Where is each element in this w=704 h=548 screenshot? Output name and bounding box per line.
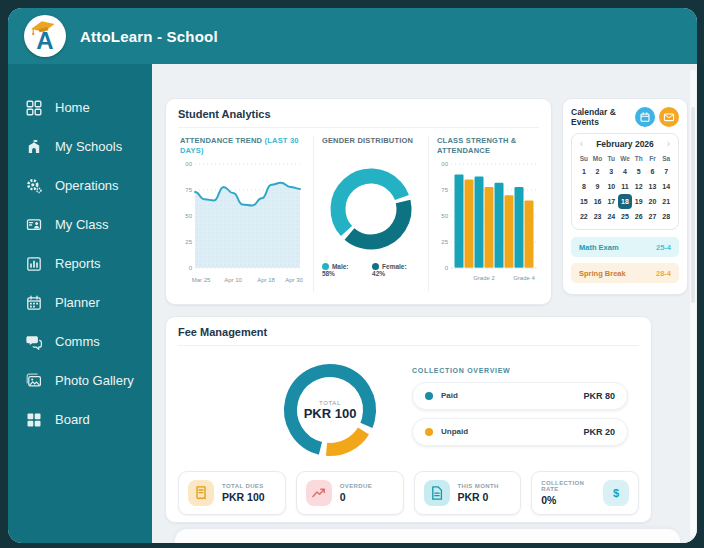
prev-month-button[interactable]: ‹ xyxy=(577,138,586,150)
calendar-day[interactable]: 3 xyxy=(604,164,618,179)
calendar-day[interactable]: 11 xyxy=(618,179,632,194)
fee-stats-row: TOTAL DUESPKR 100OVERDUE0THIS MONTHPKR 0… xyxy=(178,471,639,515)
calendar-day[interactable]: 23 xyxy=(591,209,605,224)
gender-legend-item: Male: 58% xyxy=(322,263,362,277)
gender-distribution-chart: GENDER DISTRIBUTION Male: 58%Female: 42% xyxy=(313,136,428,292)
calendar-day[interactable]: 10 xyxy=(604,179,618,194)
calendar-day[interactable]: 24 xyxy=(604,209,618,224)
sidebar-item-planner[interactable]: Planner xyxy=(8,283,152,322)
calendar-day[interactable]: 14 xyxy=(659,179,673,194)
gender-donut-chart xyxy=(326,164,416,254)
calendar-day[interactable]: 16 xyxy=(591,194,605,209)
collection-row-paid: PaidPKR 80 xyxy=(412,382,628,410)
calendar-day[interactable]: 4 xyxy=(618,164,632,179)
svg-text:Mar 25: Mar 25 xyxy=(192,277,211,283)
svg-text:75: 75 xyxy=(441,187,448,193)
app-title: AttoLearn - School xyxy=(80,28,218,45)
calendar-day[interactable]: 9 xyxy=(591,179,605,194)
calendar-day[interactable]: 20 xyxy=(646,194,660,209)
calendar-event[interactable]: Spring Break28-4 xyxy=(571,263,679,283)
calendar-day[interactable]: 22 xyxy=(577,209,591,224)
calendar-day[interactable]: 1 xyxy=(577,164,591,179)
calendar-weekday-row: SuMoTuWeThFrSa xyxy=(577,153,673,164)
calendar-day[interactable]: 7 xyxy=(659,164,673,179)
collection-row-label: Unpaid xyxy=(441,427,583,436)
calendar-event-list: Math Exam25-4Spring Break28-4 xyxy=(571,237,679,283)
svg-text:$: $ xyxy=(613,487,619,499)
sidebar-item-label: Home xyxy=(55,100,90,115)
mail-button[interactable] xyxy=(659,107,679,127)
school-icon xyxy=(26,139,42,155)
svg-text:Grade 4: Grade 4 xyxy=(513,275,535,281)
calendar-day[interactable]: 19 xyxy=(632,194,646,209)
svg-text:Apr 18: Apr 18 xyxy=(257,277,275,283)
collection-overview: COLLECTION OVERVIEW PaidPKR 80UnpaidPKR … xyxy=(412,367,628,454)
legend-dot xyxy=(372,263,379,270)
calendar-day-selected[interactable]: 18 xyxy=(618,194,632,209)
next-month-button[interactable]: › xyxy=(664,138,673,150)
calendar-weekday: We xyxy=(618,153,632,164)
scrollbar[interactable] xyxy=(690,70,696,537)
gender-legend-item: Female: 42% xyxy=(372,263,420,277)
stat-card-collection-rate: COLLECTION RATE0%$ xyxy=(531,471,639,515)
stat-value: PKR 0 xyxy=(458,491,499,503)
svg-text:50: 50 xyxy=(185,213,192,219)
calendar-day[interactable]: 15 xyxy=(577,194,591,209)
calendar-day[interactable]: 2 xyxy=(591,164,605,179)
svg-text:00: 00 xyxy=(441,161,448,167)
sidebar-item-label: My Class xyxy=(55,217,108,232)
event-date: 25-4 xyxy=(656,243,671,252)
month-icon xyxy=(424,480,450,506)
class-chart-title: CLASS STRENGTH & ATTENDANCE xyxy=(437,136,539,156)
stat-value: 0 xyxy=(340,491,372,503)
calendar-day[interactable]: 6 xyxy=(646,164,660,179)
student-analytics-card: Student Analytics ATTENDANCE TREND (LAST… xyxy=(165,98,552,305)
sidebar-item-my-class[interactable]: My Class xyxy=(8,205,152,244)
collection-row-unpaid: UnpaidPKR 20 xyxy=(412,418,628,446)
stat-label: COLLECTION RATE xyxy=(541,480,595,492)
sidebar-item-my-schools[interactable]: My Schools xyxy=(8,127,152,166)
sidebar-item-photo-gallery[interactable]: Photo Gallery xyxy=(8,361,152,400)
sidebar-item-comms[interactable]: Comms xyxy=(8,322,152,361)
scrollbar-thumb[interactable] xyxy=(691,107,695,303)
student-analytics-title: Student Analytics xyxy=(178,108,539,128)
stat-card-overdue: OVERDUE0 xyxy=(296,471,404,515)
stat-label: THIS MONTH xyxy=(458,483,499,489)
next-section-partial: Fees, Dues and Data xyxy=(175,529,680,543)
calendar-day[interactable]: 5 xyxy=(632,164,646,179)
calendar-day[interactable]: 27 xyxy=(646,209,660,224)
event-name: Math Exam xyxy=(579,243,619,252)
stat-card-this-month: THIS MONTHPKR 0 xyxy=(414,471,522,515)
dues-icon xyxy=(188,480,214,506)
calendar-day[interactable]: 8 xyxy=(577,179,591,194)
legend-dot xyxy=(425,392,433,400)
sidebar-item-operations[interactable]: Operations xyxy=(8,166,152,205)
calendar-day[interactable]: 12 xyxy=(632,179,646,194)
calendar-weekday: Mo xyxy=(591,153,605,164)
calendar-day[interactable]: 13 xyxy=(646,179,660,194)
fee-management-title: Fee Management xyxy=(178,326,639,346)
legend-dot xyxy=(322,263,329,270)
svg-text:Grade 2: Grade 2 xyxy=(473,275,495,281)
app-header: A AttoLearn - School xyxy=(8,8,697,64)
sidebar-item-reports[interactable]: Reports xyxy=(8,244,152,283)
calendar-day[interactable]: 25 xyxy=(618,209,632,224)
sidebar-item-label: Operations xyxy=(55,178,119,193)
calendar-day[interactable]: 21 xyxy=(659,194,673,209)
fee-management-card: Fee Management TOTAL PKR 100 COLLECTION … xyxy=(165,316,652,523)
board-icon xyxy=(26,412,42,428)
sidebar-item-label: Photo Gallery xyxy=(55,373,134,388)
calendar-event[interactable]: Math Exam25-4 xyxy=(571,237,679,257)
sidebar-item-home[interactable]: Home xyxy=(8,88,152,127)
comms-icon xyxy=(26,334,42,350)
calendar-day[interactable]: 28 xyxy=(659,209,673,224)
graduation-cap-logo-icon: A xyxy=(28,19,62,53)
calendar-day[interactable]: 26 xyxy=(632,209,646,224)
calendar-day[interactable]: 17 xyxy=(604,194,618,209)
svg-text:0: 0 xyxy=(189,265,193,271)
stat-label: OVERDUE xyxy=(340,483,372,489)
sidebar-item-board[interactable]: Board xyxy=(8,400,152,439)
calendar-button[interactable] xyxy=(635,107,655,127)
sidebar-item-label: Comms xyxy=(55,334,100,349)
calendar-events-card: Calendar & Events xyxy=(562,98,688,295)
